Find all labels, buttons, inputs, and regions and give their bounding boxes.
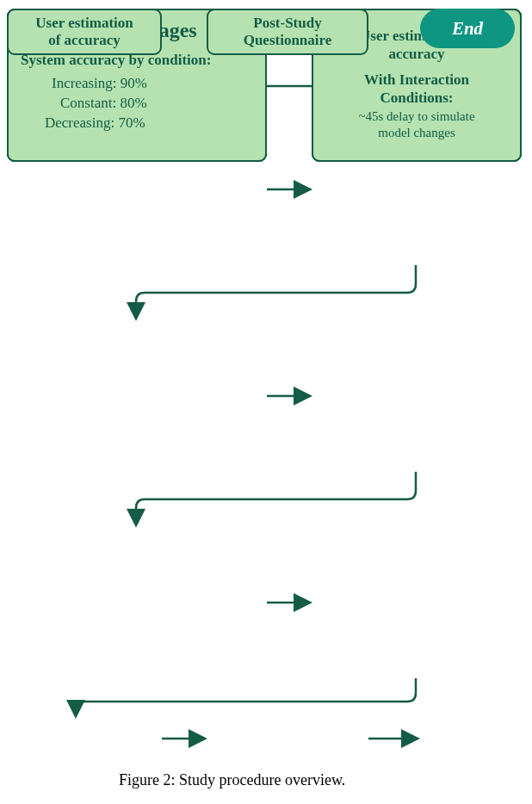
step-poststudy-questionnaire: Post-Study Questionnaire (207, 9, 368, 55)
round-3-cond-increasing: Increasing: 90% (21, 74, 253, 94)
step-user-estimation-accuracy: User estimation of accuracy (7, 9, 162, 55)
figure-caption: Figure 2: Study procedure overview. (119, 771, 345, 789)
end-node: End (420, 9, 515, 48)
round-3-cond-decreasing: Decreasing: 70% (21, 114, 253, 133)
user-est-label: User estimation of accuracy (35, 15, 133, 48)
end-label: End (452, 18, 483, 40)
round-3-cond-constant: Constant: 80% (21, 94, 253, 114)
poststudy-label: Post-Study Questionnaire (244, 15, 332, 48)
flowchart-canvas: Start Study Consent Pre-Study Questionna… (7, 9, 525, 788)
estimation-3-note: ~45s delay to simulate model changes (325, 108, 508, 141)
estimation-3-sub: With Interaction Conditions: (325, 71, 508, 107)
